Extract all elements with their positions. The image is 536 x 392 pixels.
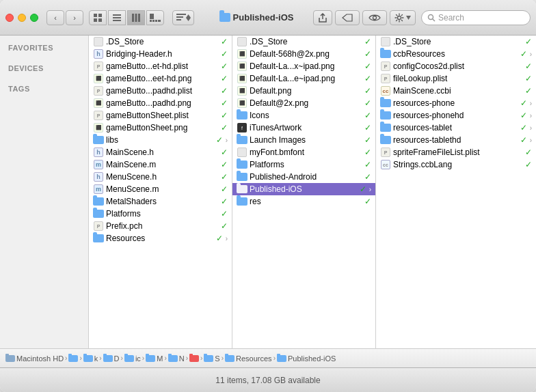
list-item[interactable]: resources-phone ✓ › <box>376 97 536 109</box>
file-name: MainScene.m <box>106 160 217 169</box>
file-type-icon: ⬛ <box>93 73 104 84</box>
list-item[interactable]: ⬛ Default.png ✓ <box>232 85 375 97</box>
list-item[interactable]: P gameButto...et-hd.plist ✓ <box>89 60 232 72</box>
bc-folder-3[interactable]: D <box>103 354 120 363</box>
column-view-button[interactable] <box>127 10 145 25</box>
list-item[interactable]: P configCocos2d.plist ✓ <box>376 60 536 72</box>
eye-button[interactable] <box>362 10 387 25</box>
list-item[interactable]: f iTunesArtwork ✓ <box>232 122 375 134</box>
file-type-icon <box>380 122 391 133</box>
list-item[interactable]: ⬛ gameButtonSheet.png ✓ <box>89 122 232 134</box>
file-browser: .DS_Store ✓ h Bridging-Header.h ✓ P game… <box>89 36 536 348</box>
list-item[interactable]: m MenuScene.m ✓ <box>89 183 232 195</box>
bc-red-folder[interactable] <box>189 355 199 362</box>
list-item[interactable]: cc Strings.ccbLang ✓ <box>376 158 536 171</box>
bc-sep-7: › <box>186 354 188 362</box>
check-icon: ✓ <box>525 160 532 169</box>
file-name: Default.png <box>250 86 361 96</box>
bc-folder-4[interactable]: ic <box>124 354 141 363</box>
file-type-icon: P <box>93 110 104 121</box>
sidebar: Favorites Devices Tags <box>0 36 89 348</box>
file-name: resources-phone <box>393 98 517 108</box>
list-item[interactable]: P gameButtonSheet.plist ✓ <box>89 109 232 122</box>
list-item[interactable]: h MainScene.h ✓ <box>89 146 232 158</box>
list-item[interactable]: h Bridging-Header.h ✓ <box>89 48 232 60</box>
minimize-button[interactable] <box>18 14 26 22</box>
file-name: res <box>250 197 361 206</box>
list-item[interactable]: Platforms ✓ <box>89 208 232 220</box>
check-icon: ✓ <box>360 184 366 194</box>
breadcrumb-hd[interactable]: Macintosh HD <box>5 354 64 363</box>
check-icon: ✓ <box>520 98 527 108</box>
bc-folder-1[interactable] <box>68 355 78 362</box>
list-item[interactable]: P fileLookup.plist ✓ <box>376 72 536 85</box>
list-item[interactable]: Published-Android ✓ <box>232 171 375 183</box>
file-type-icon: P <box>93 85 104 96</box>
list-item[interactable]: ⬛ Default-La...e~ipad.png ✓ <box>232 72 375 85</box>
bc-folder-icon-1 <box>68 355 78 362</box>
search-box[interactable]: Search <box>421 10 531 25</box>
bc-folder-2[interactable]: k <box>83 354 98 363</box>
list-item[interactable]: ⬛ Default-568h@2x.png ✓ <box>232 48 375 60</box>
svg-rect-12 <box>152 20 155 22</box>
list-view-button[interactable] <box>108 10 126 25</box>
svg-rect-10 <box>150 14 154 19</box>
check-icon: ✓ <box>364 49 371 59</box>
list-item[interactable]: resources-phonehd ✓ › <box>376 109 536 122</box>
chevron-right-icon: › <box>530 124 532 132</box>
list-item[interactable]: Published-iOS ✓ › <box>232 183 375 195</box>
file-name: .DS_Store <box>250 37 361 46</box>
bc-sep-3: › <box>99 354 101 362</box>
list-item[interactable]: h MenuScene.h ✓ <box>89 171 232 183</box>
bc-sep-4: › <box>121 354 123 362</box>
check-icon: ✓ <box>525 61 532 71</box>
file-name: .DS_Store <box>393 37 522 46</box>
gear-button[interactable] <box>390 10 416 25</box>
close-button[interactable] <box>5 14 14 22</box>
file-name: Platforms <box>250 160 361 169</box>
list-item[interactable]: libs ✓ › <box>89 134 232 146</box>
arrange-button[interactable] <box>172 10 194 25</box>
file-name: fileLookup.plist <box>393 74 522 83</box>
list-item[interactable]: P gameButto...padhd.plist ✓ <box>89 85 232 97</box>
list-item[interactable]: m MainScene.m ✓ <box>89 158 232 171</box>
label-button[interactable] <box>335 10 360 25</box>
list-item[interactable]: Platforms ✓ <box>232 158 375 171</box>
list-item[interactable]: Icons ✓ <box>232 109 375 122</box>
bc-published-ios[interactable]: Published-iOS <box>277 354 336 363</box>
share-button[interactable] <box>313 10 332 25</box>
file-name: myFont.bmfont <box>250 148 361 157</box>
list-item[interactable]: res ✓ <box>232 195 375 208</box>
list-item[interactable]: Resources ✓ › <box>89 232 232 244</box>
list-item[interactable]: myFont.bmfont ✓ <box>232 146 375 158</box>
list-item[interactable]: resources-tablethd ✓ › <box>376 134 536 146</box>
list-item[interactable]: MetalShaders ✓ <box>89 195 232 208</box>
list-item[interactable]: ⬛ gameButto...padhd.png ✓ <box>89 97 232 109</box>
icon-view-button[interactable] <box>89 10 107 25</box>
maximize-button[interactable] <box>30 14 38 22</box>
forward-button[interactable]: › <box>66 10 83 25</box>
file-type-icon: ⬛ <box>93 122 104 133</box>
list-item[interactable]: .DS_Store ✓ <box>89 36 232 48</box>
file-type-icon: ⬛ <box>237 48 247 59</box>
list-item[interactable]: ⬛ Default@2x.png ✓ <box>232 97 375 109</box>
list-item[interactable]: Launch Images ✓ <box>232 134 375 146</box>
back-button[interactable]: ‹ <box>46 10 64 25</box>
list-item[interactable]: cc MainScene.ccbi ✓ <box>376 85 536 97</box>
gallery-view-button[interactable] <box>146 10 164 25</box>
list-item[interactable]: .DS_Store ✓ <box>232 36 375 48</box>
bc-folder-6[interactable]: N <box>168 354 185 363</box>
svg-rect-11 <box>150 20 152 22</box>
list-item[interactable]: .DS_Store ✓ <box>376 36 536 48</box>
list-item[interactable]: ⬛ gameButto...eet-hd.png ✓ <box>89 72 232 85</box>
bc-folder-5[interactable]: M <box>146 354 163 363</box>
bc-folder-7[interactable]: S <box>204 354 219 363</box>
bc-resources[interactable]: Resources <box>225 354 272 363</box>
list-item[interactable]: resources-tablet ✓ › <box>376 122 536 134</box>
list-item[interactable]: ccbResources ✓ › <box>376 48 536 60</box>
file-type-icon: P <box>93 61 104 72</box>
list-item[interactable]: P spriteFrameFileList.plist ✓ <box>376 146 536 158</box>
list-item[interactable]: ⬛ Default-La...x~ipad.png ✓ <box>232 60 375 72</box>
file-type-icon: h <box>93 48 104 59</box>
list-item[interactable]: P Prefix.pch ✓ <box>89 220 232 232</box>
